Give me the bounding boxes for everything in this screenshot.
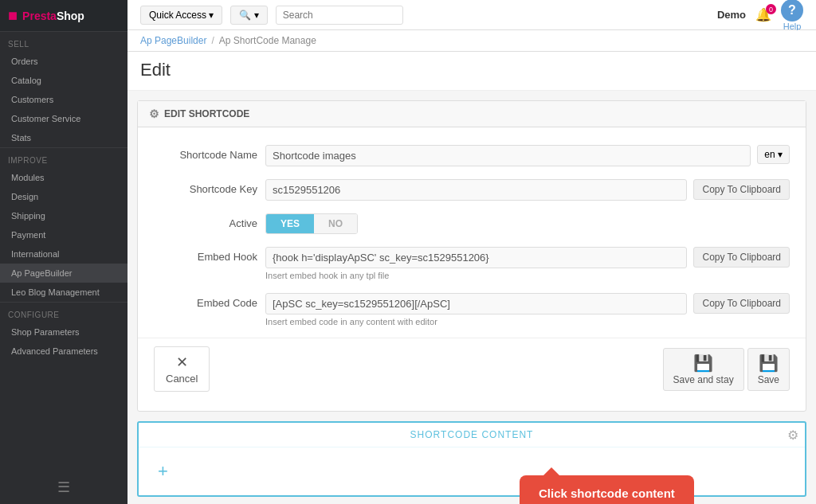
main-content: Quick Access ▾ 🔍 ▾ Demo 🔔 0 ? Help Ap Pa… [128, 0, 816, 504]
breadcrumb-current: Ap ShortCode Manage [219, 35, 316, 46]
shortcode-key-input[interactable] [265, 179, 687, 201]
embed-code-input[interactable] [265, 293, 687, 315]
topbar: Quick Access ▾ 🔍 ▾ Demo 🔔 0 ? Help [128, 0, 816, 30]
settings-gear-icon[interactable]: ⚙ [787, 428, 798, 443]
improve-section-label: IMPROVE [0, 147, 128, 168]
sidebar-item-ap-pagebuilder[interactable]: Ap PageBuilder [0, 264, 128, 283]
configure-section-label: CONFIGURE [0, 302, 128, 322]
breadcrumb: Ap PageBuilder / Ap ShortCode Manage [128, 30, 816, 52]
sidebar-item-shipping[interactable]: Shipping [0, 206, 128, 225]
sidebar-item-design[interactable]: Design [0, 187, 128, 206]
sidebar-item-payment[interactable]: Payment [0, 225, 128, 244]
form-section-title: EDIT SHORTCODE [164, 108, 249, 119]
search-icon-button[interactable]: 🔍 ▾ [230, 6, 267, 25]
help-label: Help [783, 21, 802, 31]
gear-icon: ⚙ [149, 107, 159, 120]
shortcode-name-row: Shortcode Name en ▾ [138, 139, 806, 173]
save-and-stay-button[interactable]: 💾 Save and stay [663, 348, 744, 391]
shortcode-name-controls: en ▾ [265, 145, 790, 166]
topbar-right: Demo 🔔 0 ? Help [717, 0, 803, 31]
save-group: 💾 Save and stay 💾 Save [663, 348, 790, 391]
sidebar-item-orders[interactable]: Orders [0, 52, 128, 71]
search-input[interactable] [276, 6, 403, 25]
add-content-icon[interactable]: + [158, 461, 168, 482]
active-yes-button[interactable]: YES [266, 214, 314, 233]
logo-text: PrestaShop [22, 10, 84, 22]
sidebar-item-international[interactable]: International [0, 244, 128, 264]
embed-code-hint: Insert embed code in any content with ed… [265, 317, 687, 326]
form-panel-header: ⚙ EDIT SHORTCODE [138, 101, 806, 127]
sell-section-label: SELL [0, 31, 128, 52]
copy-embed-code-button[interactable]: Copy To Clipboard [693, 293, 790, 314]
notification-badge: 0 [766, 4, 776, 14]
shortcode-content-body[interactable]: + Click shortcode content [139, 447, 805, 495]
embed-hook-label: Embed Hook [154, 247, 257, 263]
page-title: Edit [140, 60, 171, 80]
save-label: Save [758, 374, 779, 385]
click-shortcode-tooltip: Click shortcode content [520, 475, 694, 504]
embed-code-col: Insert embed code in any content with ed… [265, 293, 687, 326]
shortcode-key-row: Shortcode Key Copy To Clipboard [138, 173, 806, 207]
shortcode-key-controls: Copy To Clipboard [265, 179, 790, 201]
embed-hook-input[interactable] [265, 247, 687, 268]
embed-hook-row: Embed Hook Insert embed hook in any tpl … [138, 240, 806, 287]
sidebar-item-customer-service[interactable]: Customer Service [0, 109, 128, 128]
shortcode-key-label: Shortcode Key [154, 179, 257, 195]
sidebar-hamburger[interactable]: ☰ [0, 471, 128, 504]
active-no-button[interactable]: NO [314, 214, 357, 233]
topbar-left: Quick Access ▾ 🔍 ▾ [140, 6, 403, 25]
sidebar-item-catalog[interactable]: Catalog [0, 71, 128, 90]
language-select-button[interactable]: en ▾ [757, 145, 790, 164]
quick-access-button[interactable]: Quick Access ▾ [140, 6, 222, 25]
edit-shortcode-panel: ⚙ EDIT SHORTCODE Shortcode Name en ▾ Sho… [137, 100, 806, 412]
help-button[interactable]: ? Help [781, 0, 803, 31]
cancel-x-icon: ✕ [176, 354, 188, 371]
notification-bell-icon[interactable]: 🔔 0 [755, 7, 771, 22]
shortcode-name-input[interactable] [265, 145, 751, 166]
sidebar-item-shop-params[interactable]: Shop Parameters [0, 322, 128, 342]
shortcode-content-header: SHORTCODE CONTENT [139, 423, 805, 447]
sidebar-item-modules[interactable]: Modules [0, 168, 128, 187]
content-area: Ap PageBuilder / Ap ShortCode Manage Edi… [128, 30, 816, 504]
sidebar-item-stats[interactable]: Stats [0, 128, 128, 147]
logo-icon: ■ [8, 6, 18, 25]
page-title-bar: Edit [128, 52, 816, 91]
sidebar-item-advanced-params[interactable]: Advanced Parameters [0, 342, 128, 361]
quick-access-label: Quick Access [149, 10, 206, 21]
embed-code-controls: Insert embed code in any content with ed… [265, 293, 790, 326]
save-stay-icon: 💾 [693, 354, 713, 373]
copy-embed-hook-button[interactable]: Copy To Clipboard [693, 247, 790, 268]
copy-shortcode-key-button[interactable]: Copy To Clipboard [693, 179, 790, 200]
form-body: Shortcode Name en ▾ Shortcode Key Copy T… [138, 127, 806, 411]
active-label: Active [154, 213, 257, 229]
save-stay-label: Save and stay [673, 374, 734, 385]
embed-code-row: Embed Code Insert embed code in any cont… [138, 287, 806, 333]
save-button[interactable]: 💾 Save [747, 348, 790, 391]
save-icon: 💾 [759, 354, 779, 373]
active-toggle: YES NO [265, 213, 358, 234]
embed-code-label: Embed Code [154, 293, 257, 309]
logo[interactable]: ■ PrestaShop [0, 0, 128, 31]
demo-label: Demo [717, 9, 746, 21]
active-controls: YES NO [265, 213, 790, 234]
sidebar-item-customers[interactable]: Customers [0, 90, 128, 109]
shortcode-content-panel: SHORTCODE CONTENT ⚙ + Click shortcode co… [137, 421, 806, 497]
breadcrumb-separator: / [211, 35, 214, 46]
active-row: Active YES NO [138, 207, 806, 240]
sidebar-item-leo-blog[interactable]: Leo Blog Management [0, 283, 128, 302]
cancel-label: Cancel [166, 373, 198, 385]
embed-hook-hint: Insert embed hook in any tpl file [265, 271, 687, 280]
shortcode-name-label: Shortcode Name [154, 145, 257, 161]
sidebar: ■ PrestaShop SELL Orders Catalog Custome… [0, 0, 128, 504]
breadcrumb-parent[interactable]: Ap PageBuilder [140, 35, 206, 46]
help-circle-icon: ? [781, 0, 803, 21]
cancel-button[interactable]: ✕ Cancel [154, 346, 210, 392]
embed-hook-controls: Insert embed hook in any tpl file Copy T… [265, 247, 790, 280]
action-row: ✕ Cancel 💾 Save and stay 💾 Save [138, 338, 806, 400]
embed-hook-col: Insert embed hook in any tpl file [265, 247, 687, 280]
